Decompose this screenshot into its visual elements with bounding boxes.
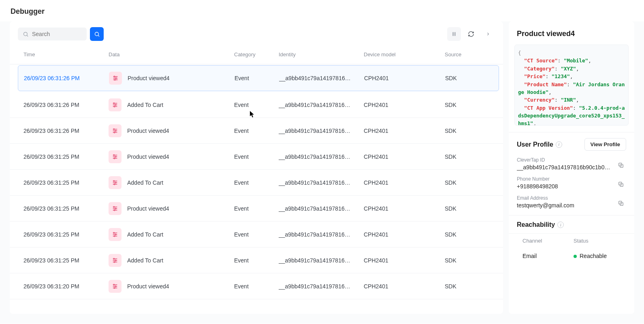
field-label: Email Address [517,195,611,201]
cell-time: 26/09/23 06:31:25 PM [23,179,109,186]
search-input[interactable] [32,31,82,37]
cell-data: Product viewed4 [109,150,234,163]
cell-time: 26/09/23 06:31:25 PM [23,231,109,238]
reach-col-status: Status [574,238,625,244]
cell-device: CPH2401 [364,205,445,212]
field-value: testqwerty@gmail.com [517,202,611,209]
collapse-panel-button[interactable] [481,27,495,41]
field-value: +918898498208 [517,183,611,190]
col-category: Category [234,51,279,58]
event-name: Added To Cart [127,257,163,264]
cell-identity: __a9bb491c79a14197816b90c... [279,128,352,134]
cell-time: 26/09/23 06:31:25 PM [23,205,109,212]
cell-category: Event [234,128,279,134]
svg-point-33 [113,180,115,181]
table-row[interactable]: 26/09/23 06:31:20 PMProduct viewed4Event… [10,273,503,299]
cell-category: Event [234,179,279,186]
svg-point-15 [113,102,115,104]
search-icon [23,31,29,37]
pause-button[interactable] [447,27,461,41]
event-name: Added To Cart [127,179,163,186]
svg-point-23 [114,132,115,133]
cell-source: SDK [445,205,485,212]
info-icon[interactable]: i [556,141,562,148]
table-row[interactable]: 26/09/23 06:31:25 PMProduct viewed4Event… [10,196,503,222]
col-device: Device model [364,51,445,58]
svg-point-51 [113,258,115,259]
copy-button[interactable] [616,179,626,190]
cell-category: Event [235,75,279,81]
cell-data: Added To Cart [109,254,234,267]
refresh-button[interactable] [464,27,478,41]
table-row[interactable]: 26/09/23 06:31:25 PMAdded To CartEvent__… [10,247,503,273]
col-time: Time [23,51,109,58]
cell-category: Event [234,205,279,212]
info-icon[interactable]: i [557,222,564,228]
profile-field: Phone Number+918898498208 [509,175,634,194]
svg-point-9 [114,76,115,77]
table-row[interactable]: 26/09/23 06:31:26 PMProduct viewed4Event… [10,118,503,144]
cell-time: 26/09/23 06:31:26 PM [23,128,109,134]
user-profile-section: User Profile i View Profile [509,132,634,156]
reachability-section: Reachability i [509,215,634,233]
reach-status: Reachable [574,253,625,259]
event-name: Product viewed4 [127,128,169,134]
search-button[interactable] [90,27,104,41]
event-icon [109,254,122,267]
table-row[interactable]: 26/09/23 06:31:25 PMProduct viewed4Event… [10,144,503,170]
svg-point-39 [113,206,115,207]
copy-button[interactable] [616,160,626,171]
cell-identity: __a9bb491c79a14197816b90c... [279,231,352,238]
cell-category: Event [234,231,279,238]
cell-category: Event [234,153,279,160]
cell-source: SDK [445,128,485,134]
cell-identity: __a9bb491c79a14197816b90c... [279,102,352,108]
cell-category: Event [234,257,279,264]
cell-source: SDK [445,75,486,81]
event-name: Product viewed4 [127,153,169,160]
cell-device: CPH2401 [364,153,445,160]
cell-device: CPH2401 [364,231,445,238]
reach-channel: Email [522,253,574,259]
svg-rect-4 [453,32,454,36]
svg-point-16 [115,104,116,105]
table-row[interactable]: 26/09/23 06:31:26 PMProduct viewed4Event… [18,65,499,91]
event-name: Added To Cart [127,231,163,238]
svg-rect-5 [454,32,455,36]
svg-point-21 [113,128,115,130]
cell-source: SDK [445,283,485,290]
table-row[interactable]: 26/09/23 06:31:25 PMAdded To CartEvent__… [10,222,503,247]
cell-category: Event [234,102,279,108]
event-icon [109,72,122,85]
event-icon [109,176,122,189]
cell-device: CPH2401 [364,283,445,290]
cell-data: Added To Cart [109,228,234,241]
svg-line-3 [98,35,99,36]
status-dot-icon [574,255,577,258]
event-icon [109,202,122,215]
event-icon [109,124,122,137]
cell-identity: __a9bb491c79a14197816b90c... [279,179,352,186]
svg-point-27 [113,154,115,156]
page-title: Debugger [0,0,644,21]
event-icon [109,280,122,293]
table-row[interactable]: 26/09/23 06:31:26 PMAdded To CartEvent__… [10,92,503,118]
svg-point-2 [95,32,98,36]
svg-line-1 [27,35,28,36]
copy-button[interactable] [616,198,626,209]
svg-point-29 [114,158,115,159]
cell-device: CPH2401 [364,102,445,108]
cell-source: SDK [445,153,485,160]
reach-row: EmailReachable [509,249,634,263]
profile-field: CleverTap ID__a9bb491c79a14197816b90c1b0… [509,156,634,175]
cell-data: Product viewed4 [109,72,235,85]
event-name: Added To Cart [127,102,163,108]
search-box[interactable] [18,28,87,40]
event-icon [109,98,122,111]
table-row[interactable]: 26/09/23 06:31:25 PMAdded To CartEvent__… [10,170,503,196]
svg-point-10 [115,78,117,79]
view-profile-button[interactable]: View Profile [584,138,626,151]
cell-time: 26/09/23 06:31:26 PM [23,102,109,108]
svg-point-41 [114,209,115,211]
reachability-label: Reachability [517,221,555,228]
